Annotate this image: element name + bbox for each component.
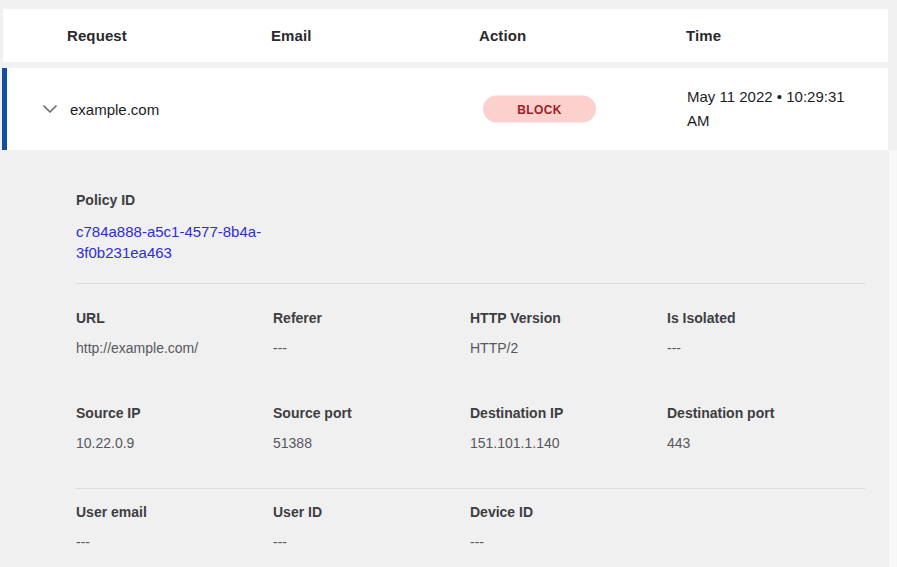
action-cell: BLOCK xyxy=(483,96,596,123)
policy-id-label: Policy ID xyxy=(76,193,865,208)
is-isolated-field: Is Isolated --- xyxy=(667,311,865,356)
column-header-request: Request xyxy=(67,27,271,44)
http-version-value: HTTP/2 xyxy=(470,340,667,356)
divider xyxy=(76,283,865,284)
user-email-value: --- xyxy=(76,534,273,550)
user-email-label: User email xyxy=(76,505,273,520)
time-cell: May 11 2022 • 10:29:31 AM xyxy=(687,85,865,133)
is-isolated-value: --- xyxy=(667,340,865,356)
row-details-content: Policy ID c784a888-a5c1-4577-8b4a-3f0b23… xyxy=(0,150,897,550)
is-isolated-label: Is Isolated xyxy=(667,311,865,326)
url-value: http://example.com/ xyxy=(76,340,273,356)
request-cell: example.com xyxy=(70,101,159,118)
column-header-action: Action xyxy=(479,27,686,44)
destination-ip-field: Destination IP 151.101.1.140 xyxy=(470,406,667,451)
source-ip-label: Source IP xyxy=(76,406,273,421)
scrollbar-gutter[interactable] xyxy=(889,150,897,567)
user-id-field: User ID --- xyxy=(273,505,470,550)
user-id-label: User ID xyxy=(273,505,470,520)
http-version-field: HTTP Version HTTP/2 xyxy=(470,311,667,356)
destination-ip-value: 151.101.1.140 xyxy=(470,435,667,451)
source-ip-value: 10.22.0.9 xyxy=(76,435,273,451)
source-port-value: 51388 xyxy=(273,435,470,451)
url-label: URL xyxy=(76,311,273,326)
log-table-row[interactable]: example.com BLOCK May 11 2022 • 10:29:31… xyxy=(3,68,888,150)
log-table-header: Request Email Action Time xyxy=(3,9,888,62)
policy-id-link[interactable]: c784a888-a5c1-4577-8b4a-3f0b231ea463 xyxy=(76,221,291,263)
device-id-field: Device ID --- xyxy=(470,505,667,550)
column-header-email: Email xyxy=(271,27,479,44)
user-email-field: User email --- xyxy=(76,505,273,550)
referer-label: Referer xyxy=(273,311,470,326)
referer-value: --- xyxy=(273,340,470,356)
policy-id-field: Policy ID c784a888-a5c1-4577-8b4a-3f0b23… xyxy=(76,193,865,263)
http-version-label: HTTP Version xyxy=(470,311,667,326)
url-field: URL http://example.com/ xyxy=(76,311,273,356)
referer-field: Referer --- xyxy=(273,311,470,356)
device-id-label: Device ID xyxy=(470,505,667,520)
destination-port-label: Destination port xyxy=(667,406,865,421)
destination-ip-label: Destination IP xyxy=(470,406,667,421)
detail-grid-row-2: Source IP 10.22.0.9 Source port 51388 De… xyxy=(76,406,865,451)
destination-port-value: 443 xyxy=(667,435,865,451)
column-header-time: Time xyxy=(686,27,888,44)
device-id-value: --- xyxy=(470,534,667,550)
block-action-badge: BLOCK xyxy=(483,96,596,123)
source-ip-field: Source IP 10.22.0.9 xyxy=(76,406,273,451)
detail-grid-row-3: User email --- User ID --- Device ID --- xyxy=(76,505,865,550)
row-details-panel: Policy ID c784a888-a5c1-4577-8b4a-3f0b23… xyxy=(0,150,897,567)
destination-port-field: Destination port 443 xyxy=(667,406,865,451)
spacer-cell xyxy=(667,505,865,550)
source-port-field: Source port 51388 xyxy=(273,406,470,451)
chevron-down-icon[interactable] xyxy=(42,103,58,115)
gateway-logs-page: Request Email Action Time example.com BL… xyxy=(0,0,897,567)
source-port-label: Source port xyxy=(273,406,470,421)
divider xyxy=(76,488,865,489)
user-id-value: --- xyxy=(273,534,470,550)
detail-grid-row-1: URL http://example.com/ Referer --- HTTP… xyxy=(76,311,865,356)
